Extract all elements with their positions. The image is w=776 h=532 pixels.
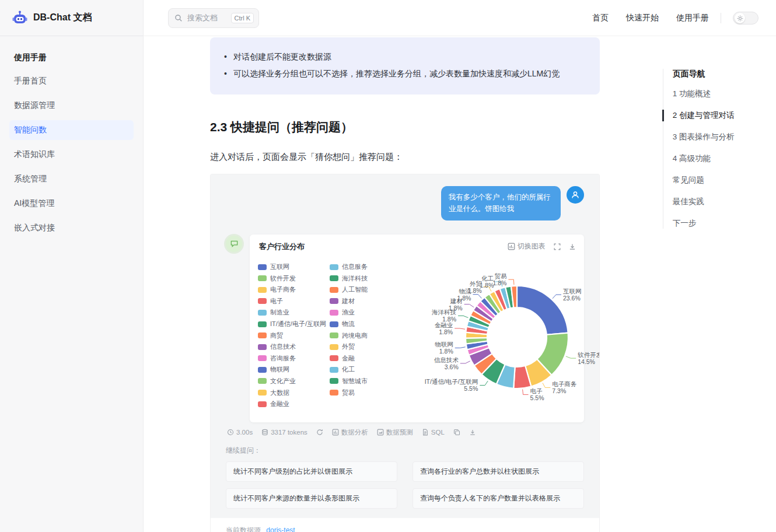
toc-item-2 创建与管理对话[interactable]: 2 创建与管理对话 [673,110,776,121]
legend-item-金融业[interactable]: 金融业 [258,398,326,410]
legend-item-金融[interactable]: 金融 [330,353,368,365]
sidebar-item-术语知识库[interactable]: 术语知识库 [9,145,134,164]
legend-item-制造业[interactable]: 制造业 [258,307,326,318]
toc-item-最佳实践[interactable]: 最佳实践 [673,197,776,207]
download-chart-button[interactable] [569,243,576,250]
legend-item-文化产业[interactable]: 文化产业 [258,376,326,387]
svg-text:IT/通信/电子/互联网: IT/通信/电子/互联网 [425,378,478,385]
embedded-screenshot: 我有多少个客户，他们的所属行业是什么。饼图给我 [210,174,600,532]
legend-item-大数据[interactable]: 大数据 [258,387,326,398]
brand-title: DB-Chat 文档 [33,12,92,24]
top-nav: 首页 快速开始 使用手册 [592,13,709,23]
legend-item-软件开发[interactable]: 软件开发 [258,272,326,284]
sidebar-item-嵌入式对接[interactable]: 嵌入式对接 [9,218,134,238]
theme-toggle[interactable] [733,12,758,24]
nav-quickstart[interactable]: 快速开始 [626,13,659,23]
data-predict-button[interactable]: 数据预测 [377,428,413,437]
sidebar-item-AI模型管理[interactable]: AI模型管理 [9,194,134,214]
callout-bullet: 可以选择业务分组也可以不选择，推荐选择业务分组，减少表数量加快速度和减少LLM幻… [218,68,592,80]
toc-item-下一步[interactable]: 下一步 [673,218,776,229]
refresh-button[interactable] [316,429,323,436]
app-window: DB-Chat 文档 使用手册 手册首页数据源管理智能问数术语知识库系统管理AI… [0,0,776,532]
legend-item-人工智能[interactable]: 人工智能 [330,284,368,296]
chart-card: 客户行业分布 切换图表 [250,235,584,422]
svg-text:互联网: 互联网 [563,288,582,295]
legend-item-海洋科技[interactable]: 海洋科技 [330,272,368,284]
fullscreen-icon [554,243,561,250]
svg-text:1.8%: 1.8% [439,348,453,355]
legend-item-物流[interactable]: 物流 [330,318,368,330]
search-icon [174,14,183,22]
legend-item-电子商务[interactable]: 电子商务 [258,284,326,296]
svg-text:贸易: 贸易 [494,272,506,279]
search-placeholder: 搜索文档 [187,13,218,23]
svg-text:1.8%: 1.8% [480,282,494,289]
main-column: 搜索文档 Ctrl K 首页 快速开始 使用手册 [144,0,776,532]
toc-item-4 高级功能[interactable]: 4 高级功能 [673,153,776,164]
toc-title: 页面导航 [673,69,776,79]
robot-logo-icon [12,10,28,26]
data-analysis-button[interactable]: 数据分析 [332,428,368,437]
fullscreen-button[interactable] [554,243,561,250]
nav-manual[interactable]: 使用手册 [676,13,709,23]
tokens-stat: 3317 tokens [261,429,307,436]
sidebar-item-数据源管理[interactable]: 数据源管理 [9,96,134,116]
user-message-bubble: 我有多少个客户，他们的所属行业是什么。饼图给我 [441,186,561,220]
legend-item-智慧城市[interactable]: 智慧城市 [330,376,368,387]
suggestion-card[interactable]: 查询每个负责人名下的客户数量并以表格展示 [413,488,584,509]
legend-item-信息服务[interactable]: 信息服务 [330,261,368,273]
toc-item-常见问题[interactable]: 常见问题 [673,175,776,186]
page-toc: 页面导航 1 功能概述2 创建与管理对话3 图表操作与分析4 高级功能常见问题最… [663,36,776,532]
legend-item-跨境电商[interactable]: 跨境电商 [330,330,368,341]
sidebar-item-智能问数[interactable]: 智能问数 [9,120,134,140]
toc-item-1 功能概述[interactable]: 1 功能概述 [673,89,776,99]
legend-item-建材[interactable]: 建材 [330,296,368,307]
legend-item-互联网[interactable]: 互联网 [258,261,326,273]
legend-item-外贸[interactable]: 外贸 [330,341,368,353]
sidebar-header: DB-Chat 文档 [0,0,143,36]
legend-item-商贸[interactable]: 商贸 [258,330,326,341]
switch-chart-label: 切换图表 [518,242,546,251]
followup-label: 继续提问： [226,446,584,456]
analysis-icon [332,429,339,436]
chart-body: 互联网软件开发电子商务电子制造业IT/通信/电子/互联网商贸信息技术咨询服务物联… [250,256,584,422]
legend-item-物联网[interactable]: 物联网 [258,364,326,376]
legend-item-电子[interactable]: 电子 [258,296,326,307]
datasource-link[interactable]: doris-test [266,526,295,532]
svg-text:7.3%: 7.3% [552,387,566,394]
svg-text:1.8%: 1.8% [439,328,453,335]
legend-item-IT/通信/电子/互联网[interactable]: IT/通信/电子/互联网 [258,318,326,330]
download-icon [469,429,476,436]
switch-chart-button[interactable]: 切换图表 [508,242,546,251]
legend-item-渔业[interactable]: 渔业 [330,307,368,318]
legend-item-咨询服务[interactable]: 咨询服务 [258,353,326,365]
download-result-button[interactable] [469,429,476,436]
nav-home[interactable]: 首页 [592,13,609,23]
suggestion-card[interactable]: 查询各行业的客户总数并以柱状图展示 [413,461,584,482]
legend-item-贸易[interactable]: 贸易 [330,387,368,398]
donut-pie-chart[interactable]: 互联网23.6%软件开发14.5%电子商务7.3%电子5.5%IT/通信/电子/… [382,258,600,414]
sidebar-section-title: 使用手册 [9,49,134,66]
toc-item-3 图表操作与分析[interactable]: 3 图表操作与分析 [673,132,776,142]
refresh-icon [316,429,323,436]
topbar-divider [721,13,721,23]
sidebar-nav: 使用手册 手册首页数据源管理智能问数术语知识库系统管理AI模型管理嵌入式对接 [0,36,143,256]
sidebar-item-系统管理[interactable]: 系统管理 [9,169,134,189]
suggestion-card[interactable]: 统计不同客户来源的数量并以条形图展示 [226,488,397,509]
bar-chart-icon [508,243,515,250]
legend-item-化工[interactable]: 化工 [330,364,368,376]
datasource-line: 当前数据源 doris-test [226,526,584,532]
svg-text:化工: 化工 [481,275,494,282]
sidebar-item-手册首页[interactable]: 手册首页 [9,71,134,91]
legend-item-信息技术[interactable]: 信息技术 [258,341,326,353]
search-input[interactable]: 搜索文档 Ctrl K [168,8,259,28]
sql-button[interactable]: SQL [422,429,445,436]
copy-button[interactable] [453,429,460,436]
suggestion-card[interactable]: 统计不同客户级别的占比并以饼图展示 [226,461,397,482]
copy-icon [453,429,460,436]
chart-controls: 切换图表 [508,242,576,251]
note-callout: 对话创建后不能更改数据源可以选择业务分组也可以不选择，推荐选择业务分组，减少表数… [210,37,600,94]
sidebar: DB-Chat 文档 使用手册 手册首页数据源管理智能问数术语知识库系统管理AI… [0,0,144,532]
assistant-message-row: 客户行业分布 切换图表 [226,235,584,422]
result-toolbar: 3.00s 3317 tokens [227,428,583,437]
